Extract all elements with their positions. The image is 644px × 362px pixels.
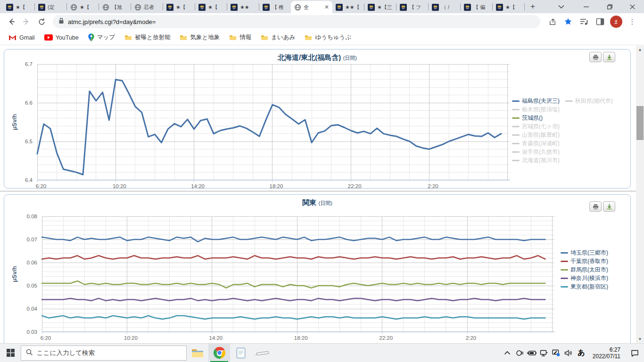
start-button[interactable] <box>0 344 21 362</box>
legend-item[interactable]: 福島県(夫沢三) <box>512 97 560 105</box>
menu-kebab-icon[interactable]: ⋮ <box>626 15 639 28</box>
browser-tab[interactable]: ★★ <box>227 1 259 13</box>
ime-indicator[interactable]: あ <box>575 348 588 357</box>
clock-time: 6:27 <box>593 346 620 353</box>
bookmark-label: 被曝と放射能 <box>135 33 170 41</box>
bookmark-maps[interactable]: マップ <box>84 32 119 43</box>
ink-workspace-icon[interactable] <box>550 344 562 362</box>
tab-search-chevron-icon[interactable] <box>553 0 569 13</box>
browser-tab[interactable]: 【旭 <box>99 1 131 13</box>
bookmark-youtube[interactable]: YouTube <box>41 33 83 42</box>
legend-item[interactable]: 北海道(旭川市) <box>512 156 560 165</box>
browser-tab[interactable]: 【 稚 <box>259 1 291 13</box>
legend-item[interactable]: 青森県(深浦町) <box>512 139 560 148</box>
window-minimize-button[interactable] <box>575 0 597 13</box>
bookmark-label: YouTube <box>56 34 79 41</box>
bookmark-folder[interactable]: 情報 <box>225 32 255 43</box>
reload-button[interactable] <box>35 15 48 28</box>
windows-taskbar: ここに入力して検索 あ 6:27 2022/07/11 <box>0 343 644 362</box>
page-scrollbar[interactable]: ▲ ▼ <box>636 46 644 343</box>
taskbar-clock[interactable]: 6:27 2022/07/11 <box>588 346 625 360</box>
browser-tab-active[interactable]: 全✕ <box>291 1 332 13</box>
chart-legend: 福島県(夫沢三)秋田県(能代市)栃木県(那須塩)茨城県()宮城県(七ヶ宿)山形県… <box>512 97 560 165</box>
browser-tab[interactable]: ★【 <box>3 1 34 13</box>
forward-button[interactable] <box>20 15 33 28</box>
speaker-icon[interactable] <box>562 344 575 362</box>
action-center-icon[interactable] <box>625 344 644 362</box>
tab-title: ★【 <box>16 4 25 11</box>
new-tab-button[interactable]: + <box>527 0 539 13</box>
taskbar-app-chrome-icon[interactable] <box>208 344 230 362</box>
print-chart-button[interactable] <box>589 52 602 62</box>
legend-item[interactable]: 埼玉県(三郷市) <box>561 248 608 257</box>
svg-text:0.06: 0.06 <box>27 260 37 265</box>
legend-item[interactable]: 茨城県() <box>512 114 560 122</box>
side-panel-icon[interactable] <box>594 15 607 28</box>
browser-tab[interactable]: ★【三 <box>364 1 396 13</box>
taskbar-app-notepad-icon[interactable] <box>230 344 252 362</box>
scrollbar-down-arrow-icon[interactable]: ▼ <box>636 335 644 343</box>
battery-icon[interactable] <box>526 344 538 362</box>
bookmark-folder[interactable]: 被曝と放射能 <box>121 32 174 43</box>
browser-tab[interactable]: ★【 <box>195 1 227 13</box>
window-close-button[interactable] <box>621 0 643 13</box>
legend-item[interactable]: 宮城県(七ヶ宿) <box>512 122 560 131</box>
tablet-icon[interactable] <box>513 344 526 362</box>
browser-tab[interactable]: 忍者 <box>131 1 163 13</box>
svg-text:6:20: 6:20 <box>41 335 51 341</box>
download-chart-button[interactable] <box>603 52 615 62</box>
legend-label: 岩手県(久慈市) <box>522 148 560 156</box>
svg-text:0.08: 0.08 <box>27 214 37 219</box>
svg-text:18:20: 18:20 <box>270 183 283 188</box>
bookmark-star-icon[interactable] <box>561 15 575 28</box>
browser-tab-strip: ★【(定★【【旭忍者★【★【★★【 稚全✕★★【★【三【 フ（ /【 偏★【 + <box>0 0 644 13</box>
window-restore-button[interactable] <box>599 0 620 13</box>
share-icon[interactable] <box>545 15 559 28</box>
svg-text:14:20: 14:20 <box>209 335 223 341</box>
browser-tab[interactable]: 【 フ <box>396 1 428 13</box>
legend-item[interactable]: 岩手県(久慈市) <box>512 148 560 156</box>
legend-label: 千葉県(香取市) <box>570 257 608 265</box>
back-button[interactable] <box>5 15 18 28</box>
browser-tab[interactable]: 【 偏 <box>461 1 492 13</box>
taskbar-app-pen-icon[interactable] <box>252 344 273 362</box>
scrollbar-thumb[interactable] <box>636 106 644 140</box>
legend-item[interactable]: 栃木県(那須塩) <box>512 105 560 114</box>
chart-title: 関東 (日間) <box>4 198 630 207</box>
profile-avatar[interactable]: ま <box>610 16 622 28</box>
scrollbar-up-arrow-icon[interactable]: ▲ <box>636 46 644 54</box>
legend-swatch <box>512 117 520 119</box>
taskbar-app-explorer-icon[interactable] <box>187 344 208 362</box>
legend-item[interactable]: 神奈川(横浜市) <box>561 274 608 282</box>
legend-swatch <box>512 143 520 144</box>
svg-text:22:20: 22:20 <box>379 335 393 341</box>
bookmark-folder[interactable]: ゆうちゅうぶ <box>301 32 355 43</box>
bookmark-label: 情報 <box>239 33 251 41</box>
print-chart-button[interactable] <box>589 201 602 212</box>
tab-separator <box>524 3 525 10</box>
legend-item[interactable]: 山形県(飯豊町) <box>512 131 560 139</box>
browser-tab[interactable]: ★【 <box>163 1 195 13</box>
browser-tab[interactable]: ★【 <box>67 1 99 13</box>
legend-swatch <box>512 160 520 161</box>
browser-tab[interactable]: ★★【 <box>332 1 364 13</box>
media-controls-icon[interactable] <box>578 15 591 28</box>
bookmark-folder[interactable]: まいあみ <box>257 32 299 43</box>
legend-item[interactable]: 秋田県(能代市) <box>565 97 613 105</box>
chevron-up-icon[interactable] <box>501 344 513 362</box>
taskbar-search-box[interactable]: ここに入力して検索 <box>21 346 187 361</box>
browser-tab[interactable]: ★【 <box>493 1 524 13</box>
bookmark-gmail[interactable]: Gmail <box>5 33 39 42</box>
legend-item[interactable]: 群馬県(太田市) <box>561 265 608 274</box>
browser-tab[interactable]: （ / <box>429 1 460 13</box>
download-chart-button[interactable] <box>603 201 615 212</box>
bookmark-folder[interactable]: 気象と地象 <box>176 32 223 43</box>
tab-title: ★★ <box>240 4 249 10</box>
tab-close-icon[interactable]: ✕ <box>324 4 329 10</box>
legend-label: 北海道(旭川市) <box>522 156 560 165</box>
browser-tab[interactable]: (定 <box>35 1 66 13</box>
address-bar[interactable]: atmc.jp/prefs.cgi?d=day&mode= <box>53 15 540 28</box>
legend-item[interactable]: 東京都(新宿区) <box>561 282 608 291</box>
legend-item[interactable]: 千葉県(香取市) <box>561 257 608 265</box>
network-icon[interactable] <box>538 344 550 362</box>
